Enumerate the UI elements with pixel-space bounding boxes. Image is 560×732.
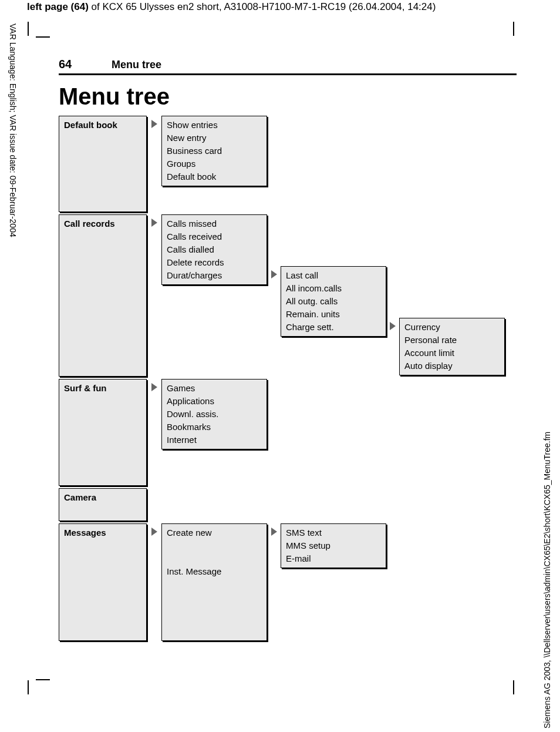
list-item: Bookmarks	[167, 421, 262, 434]
submenu-create-new: SMS text MMS setup E-mail	[281, 523, 386, 568]
list-item: Auto display	[404, 360, 500, 372]
list-item: Downl. assis.	[167, 408, 262, 421]
right-margin-text: Siemens AG 2003, \\Dellserver\users\admi…	[542, 329, 555, 728]
crop-mark	[36, 36, 50, 38]
list-item: Applications	[167, 395, 262, 408]
running-head: 64 Menu tree	[59, 58, 517, 75]
menu-label: Surf & fun	[64, 382, 141, 395]
list-item: New entry	[167, 132, 262, 145]
menu-call-records: Call records	[59, 214, 147, 377]
doc-header: left page (64) of KCX 65 Ulysses en2 sho…	[27, 1, 436, 13]
list-item: Calls missed	[167, 217, 262, 230]
page-number: 64	[59, 58, 112, 71]
list-item: Account limit	[404, 347, 500, 360]
doc-title: of KCX 65 Ulysses en2 short, A31008-H710…	[89, 1, 436, 12]
menu-surf-fun: Surf & fun	[59, 379, 147, 486]
list-item: Show entries	[167, 119, 262, 132]
chevron-right-icon	[151, 528, 157, 536]
chevron-right-icon	[151, 219, 157, 227]
list-item: E-mail	[286, 552, 381, 565]
menu-label: Call records	[64, 217, 141, 230]
submenu-default-book: Show entries New entry Business card Gro…	[161, 116, 267, 186]
list-item: Create new	[167, 526, 262, 539]
page-content: 64 Menu tree Menu tree Default book Show…	[59, 58, 517, 656]
chevron-right-icon	[151, 120, 157, 128]
crop-mark	[28, 22, 29, 36]
list-item: All incom.calls	[286, 282, 381, 295]
list-item: MMS setup	[286, 539, 381, 552]
list-item: Durat/charges	[167, 269, 262, 282]
submenu-charge-sett: Currency Personal rate Account limit Aut…	[399, 318, 505, 375]
menu-label: Camera	[64, 491, 141, 504]
spacer	[167, 539, 262, 565]
menu-messages: Messages	[59, 523, 147, 641]
list-item: Calls dialled	[167, 243, 262, 256]
section-name: Menu tree	[112, 59, 161, 71]
list-item: Charge sett.	[286, 321, 381, 334]
list-item: Games	[167, 382, 262, 395]
list-item: Inst. Message	[167, 565, 262, 578]
submenu-durat-charges: Last call All incom.calls All outg. call…	[281, 266, 386, 337]
list-item: Last call	[286, 269, 381, 282]
crop-mark	[513, 680, 514, 694]
submenu-surf-fun: Games Applications Downl. assis. Bookmar…	[161, 379, 267, 449]
menu-tree: Default book Show entries New entry Busi…	[59, 116, 517, 656]
list-item: SMS text	[286, 526, 381, 539]
list-item: Internet	[167, 434, 262, 446]
crop-mark	[28, 680, 29, 694]
submenu-messages: Create new Inst. Message	[161, 523, 267, 641]
page-title: Menu tree	[59, 83, 517, 110]
list-item: Currency	[404, 321, 500, 334]
page-label: left page (64)	[27, 1, 89, 12]
list-item: All outg. calls	[286, 295, 381, 308]
list-item: Business card	[167, 145, 262, 157]
left-margin-text: VAR Language: English; VAR issue date: 0…	[5, 23, 18, 317]
chevron-right-icon	[151, 383, 157, 391]
list-item: Remain. units	[286, 308, 381, 321]
crop-mark	[513, 22, 514, 36]
submenu-call-records: Calls missed Calls received Calls dialle…	[161, 214, 267, 285]
menu-camera: Camera	[59, 488, 147, 521]
menu-default-book: Default book	[59, 116, 147, 212]
chevron-right-icon	[390, 322, 396, 330]
crop-mark	[36, 679, 50, 680]
list-item: Default book	[167, 170, 262, 183]
chevron-right-icon	[271, 270, 277, 278]
list-item: Delete records	[167, 256, 262, 269]
list-item: Groups	[167, 157, 262, 170]
chevron-right-icon	[271, 528, 277, 536]
list-item: Personal rate	[404, 334, 500, 347]
list-item: Calls received	[167, 230, 262, 243]
menu-label: Default book	[64, 119, 141, 132]
menu-label: Messages	[64, 526, 141, 539]
